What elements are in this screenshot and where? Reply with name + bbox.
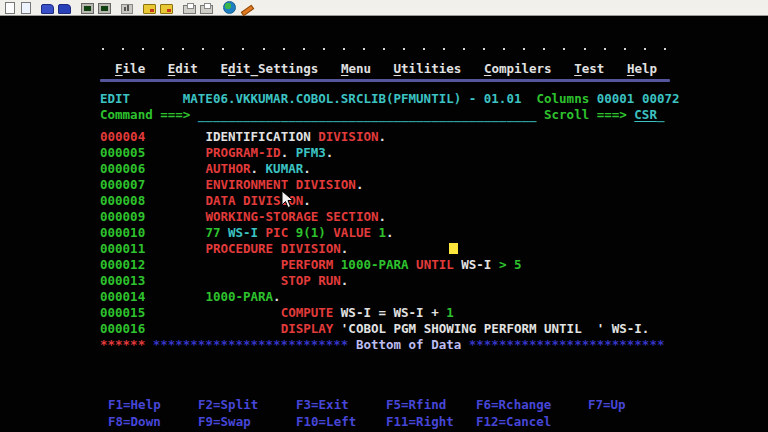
code-line-000015[interactable]: 000015 COMPUTE WS-I = WS-I + 1 xyxy=(100,305,454,321)
edit-pen-icon[interactable] xyxy=(240,3,253,14)
ruler-dot xyxy=(182,48,184,50)
code-line-000006[interactable]: 000006 AUTHOR. KUMAR. xyxy=(100,161,311,177)
new-document-icon[interactable] xyxy=(5,2,15,14)
code-segment: 77 xyxy=(205,225,228,240)
code-line-000008[interactable]: 000008 DATA DIVISION. xyxy=(100,193,311,209)
ruler-dots xyxy=(102,48,666,50)
code-segment: DIVISION xyxy=(318,129,378,144)
terminal-screen-alt-icon[interactable] xyxy=(98,3,111,14)
code-line-000010[interactable]: 000010 77 WS-I PIC 9(1) VALUE 1. xyxy=(100,225,394,241)
code-line-000007[interactable]: 000007 ENVIRONMENT DIVISION. xyxy=(100,177,363,193)
menu-gap xyxy=(552,61,575,76)
code-line-000012[interactable]: 000012 PERFORM 1000-PARA UNTIL WS-I > 5 xyxy=(100,257,521,273)
fkey-f5[interactable]: F5=Rfind xyxy=(386,397,446,413)
ruler-dot xyxy=(584,48,586,50)
ruler-dot xyxy=(483,48,485,50)
fkey-f11[interactable]: F11=Right xyxy=(386,414,454,430)
code-line-000009[interactable]: 000009 WORKING-STORAGE SECTION. xyxy=(100,209,386,225)
menu-label: enu xyxy=(348,61,371,76)
scroll-input-pad: _ xyxy=(657,107,665,122)
menu-item-file[interactable]: File xyxy=(115,61,145,76)
bottom-of-data-line: ****** ************************** Bottom… xyxy=(100,337,664,353)
code-segment: WORKING-STORAGE SECTION xyxy=(205,209,378,224)
line-number: 000016 xyxy=(100,321,145,336)
menu-label: est xyxy=(582,61,605,76)
code-line-000016[interactable]: 000016 DISPLAY 'COBOL PGM SHOWING PERFOR… xyxy=(100,321,649,337)
ruler-dot xyxy=(463,48,465,50)
columns-value: 00001 00072 xyxy=(597,91,680,106)
code-line-000005[interactable]: 000005 PROGRAM-ID. PFM3. xyxy=(100,145,333,161)
menu-mnemonic: U xyxy=(394,61,402,76)
bottom-of-data-segment: Bottom of Data xyxy=(348,337,468,352)
code-segment: PROCEDURE DIVISION xyxy=(205,241,340,256)
code-line-000013[interactable]: 000013 STOP RUN. xyxy=(100,273,348,289)
code-segment: WS-I = WS-I + xyxy=(341,305,446,320)
ruler-dot xyxy=(543,48,545,50)
code-line-000011[interactable]: 000011 PROCEDURE DIVISION. xyxy=(100,241,348,257)
edit-mode-label: EDIT xyxy=(100,91,130,106)
ruler-dot xyxy=(222,48,224,50)
menu-item-menu[interactable]: Menu xyxy=(341,61,371,76)
indent xyxy=(145,129,205,144)
fkey-f6[interactable]: F6=Rchange xyxy=(476,397,551,413)
code-segment: 1000-PARA xyxy=(205,289,273,304)
menu-gap xyxy=(145,61,168,76)
line-number: 000012 xyxy=(100,257,145,272)
fkey-f7[interactable]: F7=Up xyxy=(588,397,626,413)
code-segment: 1000-PARA xyxy=(341,257,416,272)
menu-item-help[interactable]: Help xyxy=(627,61,657,76)
code-segment: KUMAR xyxy=(266,161,304,176)
command-row[interactable]: Command ===> ___________________________… xyxy=(100,107,664,123)
ruler-dot xyxy=(523,48,525,50)
ruler-dot xyxy=(162,48,164,50)
session-connect-icon[interactable] xyxy=(41,4,54,14)
code-segment: IDENTIFICATION xyxy=(205,129,318,144)
ruler-dot xyxy=(202,48,204,50)
menu-pad xyxy=(100,61,115,76)
menu-item-test[interactable]: Test xyxy=(574,61,604,76)
folder-receive-icon[interactable] xyxy=(160,4,173,14)
terminal-screen-icon[interactable] xyxy=(81,3,94,14)
printer-icon[interactable] xyxy=(200,5,213,14)
print-setup-icon[interactable] xyxy=(183,5,196,14)
code-segment: WS-I xyxy=(461,257,499,272)
command-input[interactable]: ________________________________________… xyxy=(198,107,537,122)
menu-item-edit[interactable]: Edit xyxy=(168,61,198,76)
ruler-dot xyxy=(624,48,626,50)
line-number: 000009 xyxy=(100,209,145,224)
edit-title-row: EDIT MATE06.VKKUMAR.COBOL.SRCLIB(PFMUNTI… xyxy=(100,91,680,107)
menu-gap xyxy=(371,61,394,76)
terminal-screen[interactable]: File Edit Edit_Settings Menu Utilities C… xyxy=(0,17,768,432)
menu-mnemonic: d xyxy=(228,61,236,76)
menu-item-edit_settings[interactable]: Edit_Settings xyxy=(220,61,318,76)
fkey-f1[interactable]: F1=Help xyxy=(108,397,161,413)
fkey-f3[interactable]: F3=Exit xyxy=(296,397,349,413)
chart-icon[interactable] xyxy=(121,4,133,14)
code-segment: 'COBOL PGM SHOWING PERFORM UNTIL ' WS-I. xyxy=(341,321,650,336)
code-segment: UNTIL xyxy=(416,257,461,272)
ruler-dot xyxy=(122,48,124,50)
code-line-000004[interactable]: 000004 IDENTIFICATION DIVISION. xyxy=(100,129,386,145)
menu-item-compilers[interactable]: Compilers xyxy=(484,61,552,76)
code-segment: . xyxy=(251,161,266,176)
globe-icon[interactable] xyxy=(223,1,236,14)
code-line-000014[interactable]: 000014 1000-PARA. xyxy=(100,289,281,305)
menu-label: tilities xyxy=(401,61,461,76)
indent xyxy=(145,241,205,256)
session-disconnect-icon[interactable] xyxy=(58,4,71,14)
menu-item-utilities[interactable]: Utilities xyxy=(394,61,462,76)
scroll-input[interactable]: CSR xyxy=(634,107,657,122)
fkey-f2[interactable]: F2=Split xyxy=(198,397,258,413)
fkey-f8[interactable]: F8=Down xyxy=(108,414,161,430)
code-segment: . xyxy=(273,289,281,304)
code-segment: 9(1) xyxy=(296,225,334,240)
fkey-f10[interactable]: F10=Left xyxy=(296,414,356,430)
fkey-f9[interactable]: F9=Swap xyxy=(198,414,251,430)
folder-send-icon[interactable] xyxy=(143,4,156,14)
fkey-f12[interactable]: F12=Cancel xyxy=(476,414,551,430)
open-document-icon[interactable] xyxy=(21,2,31,14)
indent xyxy=(145,177,205,192)
line-number: 000014 xyxy=(100,289,145,304)
menu-label: elp xyxy=(634,61,657,76)
ruler-dot xyxy=(363,48,365,50)
